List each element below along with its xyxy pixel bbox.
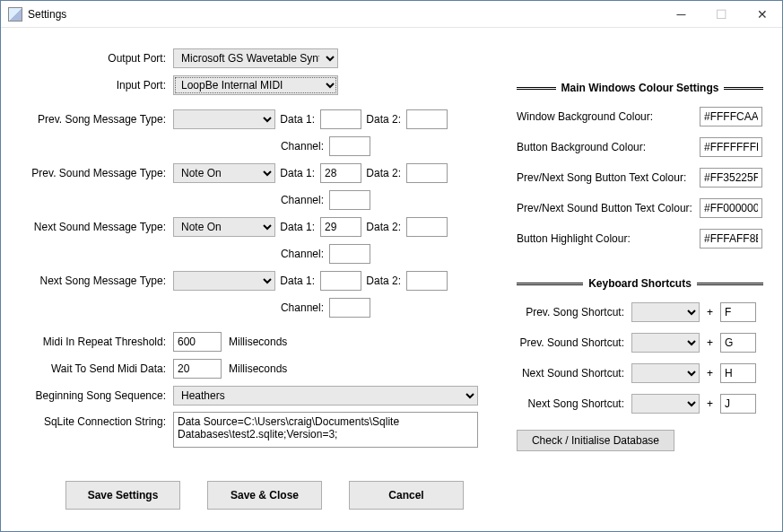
next-song-data1-input[interactable] bbox=[320, 271, 361, 291]
next-sound-key-input[interactable] bbox=[720, 363, 756, 383]
settings-window: Settings ─ ☐ ✕ Output Port: Microsoft GS… bbox=[0, 0, 783, 532]
btn-hl-input[interactable] bbox=[700, 229, 762, 249]
prev-song-mod-select[interactable] bbox=[631, 302, 700, 322]
colour-section-heading: Main Windows Colour Settings bbox=[517, 82, 763, 94]
save-close-button[interactable]: Save & Close bbox=[207, 481, 322, 510]
win-bg-label: Window Background Colour: bbox=[517, 110, 700, 123]
prev-song-type-select[interactable] bbox=[173, 109, 275, 129]
prev-song-data1-input[interactable] bbox=[320, 109, 361, 129]
prev-sound-channel-input[interactable] bbox=[329, 190, 370, 210]
song-txt-label: Prev/Next Song Button Text Colour: bbox=[517, 171, 700, 184]
output-port-select[interactable]: Microsoft GS Wavetable Synth bbox=[173, 48, 338, 68]
prev-sound-key-input[interactable] bbox=[720, 333, 756, 353]
next-song-data2-input[interactable] bbox=[406, 271, 448, 291]
channel-label: Channel: bbox=[275, 140, 329, 153]
next-sound-msg-label: Next Sound Message Type: bbox=[17, 221, 173, 233]
next-song-type-select[interactable] bbox=[173, 271, 275, 291]
check-db-button[interactable]: Check / Initialise Database bbox=[517, 430, 674, 451]
input-port-label: Input Port: bbox=[17, 79, 173, 92]
next-sound-mod-select[interactable] bbox=[631, 363, 700, 383]
next-sound-channel-input[interactable] bbox=[329, 244, 370, 264]
save-button[interactable]: Save Settings bbox=[65, 481, 180, 510]
prev-sound-data1-input[interactable] bbox=[320, 163, 361, 183]
wait-send-label: Wait To Send Midi Data: bbox=[17, 362, 173, 375]
window-title: Settings bbox=[28, 8, 66, 21]
next-song-mod-select[interactable] bbox=[631, 394, 700, 414]
prev-sound-data2-input[interactable] bbox=[406, 163, 448, 183]
next-sound-data2-input[interactable] bbox=[406, 217, 448, 237]
prev-sound-type-select[interactable]: Note On bbox=[173, 163, 275, 183]
prev-sound-msg-label: Prev. Sound Message Type: bbox=[17, 167, 173, 179]
prev-song-shortcut-label: Prev. Song Shortcut: bbox=[517, 306, 631, 318]
prev-song-msg-label: Prev. Song Message Type: bbox=[17, 113, 173, 126]
next-sound-type-select[interactable]: Note On bbox=[173, 217, 275, 237]
app-icon bbox=[8, 7, 22, 22]
next-song-shortcut-label: Next Song Shortcut: bbox=[517, 397, 631, 410]
prev-song-channel-input[interactable] bbox=[329, 136, 370, 156]
prev-song-data2-input[interactable] bbox=[406, 109, 448, 129]
song-txt-input[interactable] bbox=[700, 168, 762, 188]
begin-seq-label: Beginning Song Sequence: bbox=[17, 389, 173, 402]
conn-str-input[interactable]: Data Source=C:\Users\craig\Documents\Sql… bbox=[173, 412, 478, 448]
titlebar: Settings ─ ☐ ✕ bbox=[1, 1, 782, 28]
begin-seq-select[interactable]: Heathers bbox=[173, 386, 478, 406]
prev-sound-mod-select[interactable] bbox=[631, 333, 700, 353]
midi-repeat-input[interactable] bbox=[173, 332, 222, 352]
data1-label: Data 1: bbox=[275, 113, 320, 126]
close-button[interactable]: ✕ bbox=[742, 1, 782, 27]
next-song-key-input[interactable] bbox=[720, 394, 756, 414]
data2-label: Data 2: bbox=[361, 113, 406, 126]
prev-sound-shortcut-label: Prev. Sound Shortcut: bbox=[517, 336, 631, 349]
input-port-select[interactable]: LoopBe Internal MIDI bbox=[173, 75, 338, 95]
conn-str-label: SqLite Connection String: bbox=[17, 412, 173, 428]
next-song-msg-label: Next Song Message Type: bbox=[17, 275, 173, 287]
next-song-channel-input[interactable] bbox=[329, 298, 370, 318]
maximize-button: ☐ bbox=[701, 1, 742, 27]
next-sound-data1-input[interactable] bbox=[320, 217, 361, 237]
sound-txt-input[interactable] bbox=[700, 198, 762, 218]
sound-txt-label: Prev/Next Sound Button Text Colour: bbox=[517, 202, 700, 214]
cancel-button[interactable]: Cancel bbox=[349, 481, 464, 510]
output-port-label: Output Port: bbox=[17, 52, 173, 65]
next-sound-shortcut-label: Next Sound Shortcut: bbox=[517, 367, 631, 379]
shortcut-section-heading: Keyboard Shortcuts bbox=[517, 277, 763, 290]
midi-repeat-label: Midi In Repeat Threshold: bbox=[17, 336, 173, 348]
wait-send-input[interactable] bbox=[173, 359, 222, 379]
ms-unit: Milliseconds bbox=[229, 336, 287, 348]
btn-hl-label: Button Highlight Colour: bbox=[517, 232, 700, 245]
prev-song-key-input[interactable] bbox=[720, 302, 756, 322]
win-bg-input[interactable] bbox=[700, 107, 762, 126]
minimize-button[interactable]: ─ bbox=[661, 1, 701, 27]
btn-bg-input[interactable] bbox=[700, 137, 762, 157]
btn-bg-label: Button Background Colour: bbox=[517, 141, 700, 153]
